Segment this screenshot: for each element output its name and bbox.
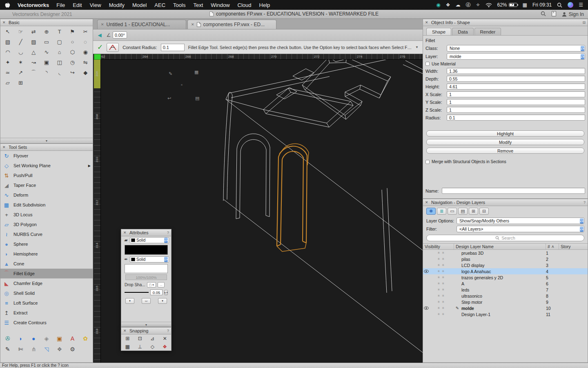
zoom-tool[interactable]: ⊕ [40, 27, 53, 37]
plane-rotation-combo[interactable]: ∠ 0.00° ▼ [105, 31, 127, 39]
rectangle-tool[interactable]: ▭ [40, 37, 53, 47]
arc-corner-tool[interactable]: ◝ [40, 67, 53, 78]
layer-visibility-toggles[interactable]: ✳✳ [430, 269, 454, 273]
menu-item[interactable]: File [56, 2, 65, 8]
fill-style-dropdown[interactable]: Solid ▲▼ [130, 237, 169, 243]
menu-item[interactable]: AEC [154, 2, 165, 8]
A[interactable]: ✳✳ ✎ A 6 [423, 280, 588, 287]
faucet-tool[interactable]: ✇ [1, 333, 14, 344]
resize-tool[interactable]: ↗ [14, 67, 27, 78]
layer-visibility-toggles[interactable]: ✳✳ [430, 294, 454, 298]
app-status-icon[interactable]: ❖ [446, 2, 450, 8]
document-tab[interactable]: ✕ Untitled 1 - EDUCATIONAL... [97, 20, 186, 29]
object-info-tab[interactable]: Data [452, 28, 473, 35]
sphere-blue-tool[interactable]: ● [27, 333, 40, 344]
line-tool[interactable]: ╱ [14, 37, 27, 47]
document-tab[interactable]: ✕ componentes FP.vwx - ED... [187, 20, 276, 29]
field-input[interactable]: 0.55 [447, 76, 585, 82]
object-info-tab[interactable]: Shape [426, 28, 451, 35]
leds[interactable]: ✳✳ ✎ leds 7 [423, 287, 588, 293]
wifi-icon[interactable] [486, 3, 492, 7]
chamfer-tool[interactable]: ◟ [53, 67, 66, 78]
freehand-tool[interactable]: ↝ [27, 57, 40, 67]
offset-tool[interactable]: ≃ [1, 67, 14, 78]
options-dropdown-icon[interactable]: ▼ [415, 45, 419, 49]
layer-options-dropdown[interactable]: Show/Snap/Modify Others ▲▼ [457, 218, 584, 224]
fill-color-preview[interactable] [125, 245, 168, 255]
confirm-check-button[interactable]: ✓ [97, 43, 103, 52]
pruebas 3D[interactable]: ✳✳ ✎ pruebas 3D 1 [423, 250, 588, 256]
remove-button[interactable]: Remove [426, 148, 584, 154]
toolset-item[interactable]: ◎ Shell Solid ▶ [0, 288, 93, 298]
mirror-tool[interactable]: ⇋ [79, 57, 92, 67]
toolset-item[interactable]: ≡ Loft Surface ▶ [0, 298, 93, 308]
quarter-arc-tool[interactable]: ◡ [14, 47, 27, 57]
close-icon[interactable]: ✕ [123, 231, 127, 235]
toolset-item[interactable]: ↻ Flyover ▶ [0, 151, 93, 161]
clip-tool[interactable]: ▣ [40, 57, 53, 67]
regular-polygon-tool[interactable]: ⬡ [66, 47, 79, 57]
locus-tool[interactable]: ✦ [1, 57, 14, 67]
pen-color-preview[interactable] [125, 264, 168, 273]
sign-in-button[interactable]: Sign In [562, 11, 584, 17]
snap-to-edge[interactable]: ⊥ [134, 343, 147, 351]
toolset-item[interactable]: ☰ Create Contours ▶ [0, 318, 93, 328]
star-tool[interactable]: ✶ [14, 57, 27, 67]
spiral-tool[interactable]: ◉ [79, 47, 92, 57]
layer-visibility-toggles[interactable]: ✳✳ [430, 288, 454, 292]
droplet-tool[interactable]: ◗ [14, 333, 27, 344]
snap-to-intersection[interactable]: ✕ [159, 334, 172, 343]
line-end-right-dropdown[interactable]: ▾ [158, 298, 167, 304]
close-icon[interactable]: ✕ [2, 20, 7, 25]
stepper-icon[interactable]: ▲▼ [580, 218, 584, 224]
split-tool[interactable]: ✂ [79, 27, 92, 37]
LCD display[interactable]: ✳✳ ✎ LCD display 3 [423, 262, 588, 268]
toolbar-value[interactable]: 0.00° [113, 31, 127, 38]
key-icon[interactable]: ✧ [476, 2, 480, 8]
layer-visibility-toggles[interactable]: ✳✳ [430, 312, 454, 316]
knife-tool[interactable]: ✄ [14, 344, 27, 355]
snap-to-object[interactable]: ⊡ [134, 334, 147, 343]
ultrasonico[interactable]: ✳✳ ✎ ultrasonico 8 [423, 293, 588, 299]
selection-tool[interactable]: ↖ [1, 27, 14, 37]
column-visibility[interactable]: Visibility [423, 244, 454, 249]
triangle-tool[interactable]: △ [27, 47, 40, 57]
menu-item[interactable]: Help [259, 2, 270, 8]
stepper-icon[interactable]: ▲▼ [164, 257, 168, 262]
toolset-item[interactable]: ∿ Deform ▶ [0, 190, 93, 200]
palette-collapse-bar[interactable]: ▼ [0, 138, 93, 143]
toolset-item[interactable]: ◣ Chamfer Edge ▶ [0, 278, 93, 288]
panel-menu-icon[interactable]: ⊟ [582, 20, 586, 25]
references-tab[interactable]: ⊟ [479, 208, 489, 215]
battery-indicator[interactable]: 62% ⚡ [497, 2, 517, 8]
opacity-indicator[interactable]: 100%/100% [125, 274, 167, 280]
app-menu-title[interactable]: Vectorworks [18, 2, 49, 8]
classes-tab[interactable]: ▭ [448, 208, 457, 215]
toolset-item[interactable]: ▲ Cone ▶ [0, 259, 93, 269]
cloud-sync-icon[interactable]: ☁ [455, 2, 460, 8]
field-input[interactable]: 1 [447, 99, 585, 105]
name-input[interactable] [442, 188, 585, 194]
gear-tool[interactable]: ⚙ [66, 344, 79, 355]
extrude-tool[interactable]: ▧ [1, 37, 14, 47]
notification-center-icon[interactable]: ☰ [579, 2, 583, 8]
line-style-button[interactable]: ▭ [142, 298, 151, 304]
back-view-button[interactable]: ◀ ▼ [96, 31, 103, 39]
Design Layer-1[interactable]: ✳✳ ✎ Design Layer-1 11 [423, 311, 588, 317]
tab-close-icon[interactable]: ✕ [191, 22, 194, 27]
use-material-checkbox[interactable] [425, 62, 430, 66]
blob-tool[interactable]: ✿ [79, 333, 92, 344]
selected-fillet-object[interactable] [277, 144, 309, 251]
logo A Anahuac[interactable]: ✳✳ ✎ logo A Anahuac 4 [423, 268, 588, 274]
layer-visibility-toggles[interactable]: ✳✳ [430, 282, 454, 285]
layer-visibility-toggles[interactable]: ✳✳ [430, 263, 454, 267]
pan-tool[interactable]: ☞ [14, 27, 27, 37]
help-icon[interactable]: ? [167, 231, 169, 235]
move-by-points-tool[interactable]: ◫ [53, 57, 66, 67]
oval-tool[interactable]: ◌ [79, 37, 92, 47]
toolset-item[interactable]: ◇ Set Working Plane ▶ [0, 161, 93, 171]
title-search-icon[interactable] [541, 11, 546, 18]
arc-tool[interactable]: ◠ [1, 47, 14, 57]
screen-record-icon[interactable]: ◉ [436, 2, 440, 8]
stepper-icon[interactable]: ▲▼ [164, 238, 168, 243]
